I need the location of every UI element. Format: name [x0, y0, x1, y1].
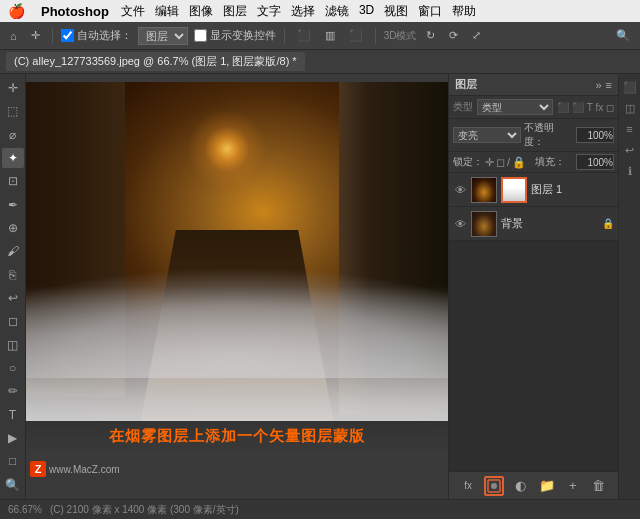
bg-name: 背景 [501, 216, 598, 231]
toolbar-divider-2 [284, 28, 285, 44]
layer1-name: 图层 1 [531, 182, 614, 197]
clone-tool[interactable]: ⎘ [2, 265, 24, 285]
menu-3d[interactable]: 3D [359, 3, 374, 20]
add-mask-button[interactable] [484, 476, 504, 496]
strip-adjustments-icon[interactable]: ◫ [621, 99, 639, 117]
show-transform-checkbox[interactable] [194, 29, 207, 42]
menu-file[interactable]: 文件 [121, 3, 145, 20]
menu-text[interactable]: 文字 [257, 3, 281, 20]
three-d-zoom-button[interactable]: ⤢ [468, 27, 485, 44]
lock-label: 锁定： [453, 155, 483, 169]
magic-wand-tool[interactable]: ✦ [2, 148, 24, 168]
menu-filter[interactable]: 滤镜 [325, 3, 349, 20]
lock-pixels-icon[interactable]: ◻ [496, 156, 505, 169]
lamp-glow [187, 109, 267, 189]
opacity-input[interactable] [576, 127, 614, 143]
right-strip: ⬛ ◫ ≡ ↩ ℹ [618, 74, 640, 499]
group-button[interactable]: 📁 [537, 476, 557, 496]
lock-position-icon[interactable]: ✛ [485, 156, 494, 169]
apple-logo-icon[interactable]: 🍎 [8, 3, 25, 19]
align-right-button[interactable]: ⬛ [345, 27, 367, 44]
lock-fill-row: 锁定： ✛ ◻ / 🔒 填充： [449, 152, 618, 173]
spot-heal-tool[interactable]: ⊕ [2, 218, 24, 238]
three-d-pan-button[interactable]: ⟳ [445, 27, 462, 44]
marquee-tool[interactable]: ⬚ [2, 101, 24, 121]
menu-layer[interactable]: 图层 [223, 3, 247, 20]
layers-panel: 图层 » ≡ 类型 类型 ⬛ ⬛ T fx ◻ 变亮 不透明度： [449, 74, 618, 499]
blend-mode-select[interactable]: 变亮 [453, 127, 521, 143]
left-toolbox: ✛ ⬚ ⌀ ✦ ⊡ ✒ ⊕ 🖌 ⎘ ↩ ◻ ◫ ○ ✏ T ▶ □ 🔍 [0, 74, 26, 499]
align-center-button[interactable]: ▥ [321, 27, 339, 44]
move-tool-button[interactable]: ✛ [27, 27, 44, 44]
menu-window[interactable]: 窗口 [418, 3, 442, 20]
fill-label: 填充： [535, 155, 565, 169]
canvas-subtitle: 在烟雾图层上添加一个矢量图层蒙版 [26, 421, 448, 452]
delete-layer-button[interactable]: 🗑 [589, 476, 609, 496]
menu-image[interactable]: 图像 [189, 3, 213, 20]
add-mask-icon [487, 479, 501, 493]
pen-tool[interactable]: ✏ [2, 381, 24, 401]
active-tab[interactable]: (C) alley_127733569.jpeg @ 66.7% (图层 1, … [6, 52, 305, 71]
strip-info-icon[interactable]: ℹ [621, 162, 639, 180]
watermark: Z www.MacZ.com [30, 461, 120, 477]
shape-tool[interactable]: □ [2, 451, 24, 471]
text-tool[interactable]: T [2, 405, 24, 425]
layer1-visibility-icon[interactable]: 👁 [453, 183, 467, 197]
menu-view[interactable]: 视图 [384, 3, 408, 20]
canvas-area: 在烟雾图层上添加一个矢量图层蒙版 Z www.MacZ.com [26, 74, 448, 499]
auto-select-checkbox[interactable] [61, 29, 74, 42]
lock-icons: ✛ ◻ / 🔒 [485, 156, 526, 169]
strip-layers-icon[interactable]: ⬛ [621, 78, 639, 96]
menu-items: 文件 编辑 图像 图层 文字 选择 滤镜 3D 视图 窗口 帮助 [121, 3, 476, 20]
search-button[interactable]: 🔍 [612, 27, 634, 44]
fx-button[interactable]: fx [458, 476, 478, 496]
new-layer-button[interactable]: + [563, 476, 583, 496]
history-brush-tool[interactable]: ↩ [2, 288, 24, 308]
layers-panel-header: 图层 » ≡ [449, 74, 618, 96]
tab-bar: (C) alley_127733569.jpeg @ 66.7% (图层 1, … [0, 50, 640, 74]
path-select-tool[interactable]: ▶ [2, 428, 24, 448]
filter-icons[interactable]: ⬛ ⬛ T fx ◻ [557, 102, 614, 113]
gradient-tool[interactable]: ◫ [2, 335, 24, 355]
canvas-wrapper: 在烟雾图层上添加一个矢量图层蒙版 [26, 82, 448, 452]
dodge-tool[interactable]: ○ [2, 358, 24, 378]
layers-search-row: 类型 类型 ⬛ ⬛ T fx ◻ [449, 96, 618, 119]
three-d-rotate-button[interactable]: ↻ [422, 27, 439, 44]
layer-item-layer1[interactable]: 👁 图层 1 [449, 173, 618, 207]
menu-bar: 🍎 Photoshop 文件 编辑 图像 图层 文字 选择 滤镜 3D 视图 窗… [0, 0, 640, 22]
menu-help[interactable]: 帮助 [452, 3, 476, 20]
layer-select[interactable]: 图层 [138, 27, 188, 45]
three-d-label: 3D模式 [384, 29, 417, 43]
eyedropper-tool[interactable]: ✒ [2, 195, 24, 215]
layer1-mask-thumbnail[interactable] [501, 177, 527, 203]
adjustment-button[interactable]: ◐ [510, 476, 530, 496]
eraser-tool[interactable]: ◻ [2, 311, 24, 331]
move-tool[interactable]: ✛ [2, 78, 24, 98]
lasso-tool[interactable]: ⌀ [2, 125, 24, 145]
layers-options-icon[interactable]: ≡ [606, 79, 612, 91]
layers-filter-select[interactable]: 类型 [477, 99, 553, 115]
bg-lock-icon: 🔒 [602, 218, 614, 229]
strip-channels-icon[interactable]: ≡ [621, 120, 639, 138]
lock-all-icon[interactable]: 🔒 [512, 156, 526, 169]
toolbar-divider-3 [375, 28, 376, 44]
bg-visibility-icon[interactable]: 👁 [453, 217, 467, 231]
zoom-tool[interactable]: 🔍 [2, 475, 24, 495]
layers-collapse-icon[interactable]: » [595, 79, 601, 91]
lock-art-icon[interactable]: / [507, 156, 510, 168]
strip-history-icon[interactable]: ↩ [621, 141, 639, 159]
align-left-button[interactable]: ⬛ [293, 27, 315, 44]
zoom-level: 66.67% [8, 504, 42, 515]
auto-select-label: 自动选择： [61, 28, 132, 43]
menu-select[interactable]: 选择 [291, 3, 315, 20]
menu-edit[interactable]: 编辑 [155, 3, 179, 20]
status-bar: 66.67% (C) 2100 像素 x 1400 像素 (300 像素/英寸) [0, 499, 640, 519]
app-name[interactable]: Photoshop [41, 4, 109, 19]
alley-scene [26, 82, 448, 452]
fill-input[interactable] [576, 154, 614, 170]
home-button[interactable]: ⌂ [6, 28, 21, 44]
brush-tool[interactable]: 🖌 [2, 241, 24, 261]
crop-tool[interactable]: ⊡ [2, 171, 24, 191]
watermark-url: www.MacZ.com [49, 464, 120, 475]
layer-item-background[interactable]: 👁 背景 🔒 [449, 207, 618, 241]
